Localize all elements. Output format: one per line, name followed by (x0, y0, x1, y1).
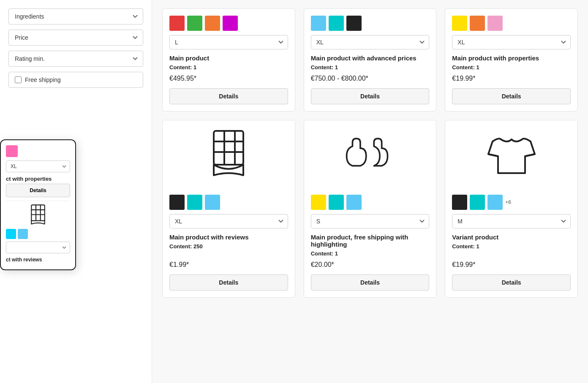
details-button-variant[interactable]: Details (452, 274, 571, 291)
swatch-black-r (169, 195, 185, 210)
svg-line-11 (525, 154, 535, 156)
product-color-swatches-properties (452, 16, 571, 31)
price-select[interactable]: Price (8, 30, 143, 46)
svg-rect-5 (214, 131, 243, 165)
free-shipping-filter: Free shipping (8, 72, 143, 88)
svg-line-10 (488, 154, 498, 156)
product-image-free-shipping (304, 120, 436, 188)
ingredients-select[interactable]: Ingredients (8, 8, 143, 24)
swatch-yellow-fs (311, 195, 326, 210)
swatch-green (187, 16, 202, 31)
product-name-advanced: Main product with advanced prices (311, 54, 430, 62)
product-price-free-shipping: €20.00* (311, 261, 430, 269)
mobile-swatch-pink (6, 145, 18, 157)
mobile-color-swatches-1 (6, 145, 70, 157)
mobile-swatch-blue (18, 229, 28, 239)
product-name-properties: Main product with properties (452, 54, 571, 62)
product-card-main: L Main product Content: 1 €495.95* Detai… (162, 8, 295, 111)
product-color-swatches-main (169, 16, 288, 31)
sidebar: Ingredients Price Rating min. Free shipp… (0, 0, 152, 383)
product-name-variant: Variant product (452, 234, 571, 241)
sweater-icon (486, 129, 537, 179)
free-shipping-checkbox[interactable] (15, 76, 22, 83)
product-name-main: Main product (169, 54, 288, 62)
ingredients-filter: Ingredients (8, 8, 143, 24)
size-select-free-shipping[interactable]: S (311, 214, 430, 228)
more-colors-badge: +6 (505, 199, 511, 205)
rating-filter: Rating min. (8, 51, 143, 67)
details-button-free-shipping[interactable]: Details (311, 274, 430, 291)
product-content-variant: Content: 1 (452, 243, 571, 250)
mobile-product-name-2: ct with reviews (6, 257, 70, 263)
product-card-variant: +6 M Variant product Content: 1 €19.99* … (445, 120, 578, 298)
swatch-blue-v (487, 195, 503, 210)
product-card-advanced: XL Main product with advanced prices Con… (304, 8, 437, 111)
swatch-black-v (452, 195, 467, 210)
product-image-reviews (163, 120, 295, 188)
swatch-teal-v (470, 195, 485, 210)
product-price-variant: €19.99* (452, 261, 571, 269)
product-grid: L Main product Content: 1 €495.95* Detai… (162, 8, 578, 298)
rating-select[interactable]: Rating min. (8, 51, 143, 67)
swatch-blue-fs (346, 195, 362, 210)
product-content-reviews: Content: 250 (169, 243, 288, 250)
size-select-main[interactable]: L (169, 35, 288, 49)
product-content-main: Content: 1 (169, 64, 288, 71)
mobile-color-swatches-2 (6, 229, 70, 239)
product-card-reviews: XL Main product with reviews Content: 25… (162, 120, 295, 298)
mobile-product-name-1: ct with properties (6, 176, 70, 182)
mittens-icon (345, 129, 395, 179)
free-shipping-text: Free shipping (25, 76, 61, 83)
product-content-advanced: Content: 1 (311, 64, 430, 71)
svg-rect-0 (31, 205, 44, 220)
swatch-magenta (223, 16, 238, 31)
mobile-size-select-2[interactable] (6, 242, 70, 253)
product-color-swatches-variant: +6 (452, 195, 571, 210)
swatch-pink (487, 16, 503, 31)
swatch-teal-fs (329, 195, 344, 210)
details-button-reviews[interactable]: Details (169, 274, 288, 291)
swatch-orange2 (470, 16, 485, 31)
product-color-swatches-reviews (169, 195, 288, 210)
swatch-blue-r (205, 195, 220, 210)
product-content-properties: Content: 1 (452, 64, 571, 71)
swatch-black (346, 16, 362, 31)
details-button-main[interactable]: Details (169, 88, 288, 104)
chocolate-icon (203, 129, 254, 179)
product-price-main: €495.95* (169, 75, 288, 82)
product-price-reviews: €1.99* (169, 261, 288, 269)
product-content-free-shipping: Content: 1 (311, 250, 430, 257)
swatch-lightblue (311, 16, 326, 31)
mobile-overlay: XL ct with properties Details (0, 139, 76, 270)
product-image-variant (445, 120, 577, 188)
swatch-teal (329, 16, 344, 31)
size-select-variant[interactable]: M (452, 214, 571, 228)
main-content: L Main product Content: 1 €495.95* Detai… (152, 0, 588, 383)
mobile-swatch-teal (6, 229, 16, 239)
mobile-chocolate-icon (6, 204, 70, 225)
details-button-advanced[interactable]: Details (311, 88, 430, 104)
size-select-reviews[interactable]: XL (169, 214, 288, 228)
size-select-advanced[interactable]: XL (311, 35, 430, 49)
product-price-advanced: €750.00 - €800.00* (311, 75, 430, 82)
product-name-free-shipping: Main product, free shipping with highlig… (311, 234, 430, 248)
swatch-yellow (452, 16, 467, 31)
swatch-red (169, 16, 185, 31)
size-select-properties[interactable]: XL (452, 35, 571, 49)
details-button-properties[interactable]: Details (452, 88, 571, 104)
product-price-properties: €19.99* (452, 75, 571, 82)
free-shipping-label[interactable]: Free shipping (8, 72, 143, 88)
product-card-free-shipping: S Main product, free shipping with highl… (304, 120, 437, 298)
product-color-swatches-advanced (311, 16, 430, 31)
price-filter: Price (8, 30, 143, 46)
swatch-orange (205, 16, 220, 31)
mobile-size-select-1[interactable]: XL (6, 160, 70, 172)
product-name-reviews: Main product with reviews (169, 234, 288, 241)
product-color-swatches-free-shipping (311, 195, 430, 210)
mobile-details-button-1[interactable]: Details (6, 184, 70, 197)
swatch-teal-r (187, 195, 202, 210)
product-card-properties: XL Main product with properties Content:… (445, 8, 578, 111)
